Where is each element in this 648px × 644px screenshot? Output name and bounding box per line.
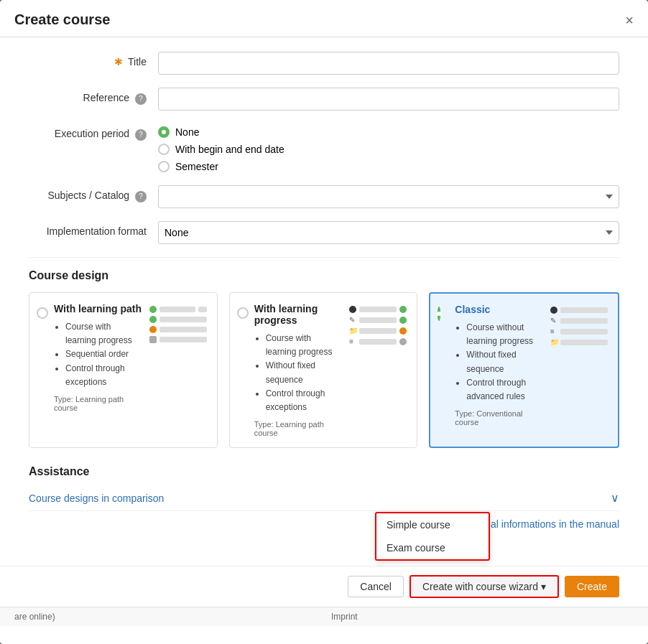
modal-body: ✱ Title Reference ? Execution period ? xyxy=(0,37,648,566)
bottom-bar: are online) Imprint xyxy=(0,607,648,626)
chevron-down-icon: ∨ xyxy=(611,491,619,505)
dropdown-exam-course[interactable]: Exam course xyxy=(376,536,489,559)
card-learning-progress-features: Course with learning progress Without fi… xyxy=(254,332,344,414)
radio-none[interactable]: None xyxy=(158,126,284,138)
assistance-section: Assistance Course designs in comparison … xyxy=(29,465,619,537)
create-course-modal: Create course × ✱ Title Reference ? xyxy=(0,0,648,644)
card-learning-path-features: Course with learning progress Sequential… xyxy=(54,320,144,389)
dropdown-simple-course[interactable]: Simple course xyxy=(376,513,489,536)
create-button[interactable]: Create xyxy=(565,576,619,597)
close-button[interactable]: × xyxy=(625,13,634,27)
title-input[interactable] xyxy=(158,52,619,75)
implementation-format-select[interactable]: None xyxy=(158,221,619,244)
card-learning-progress-preview: ✎ 📁 ≡ xyxy=(349,303,407,437)
modal-header: Create course × xyxy=(0,0,648,37)
course-design-cards: With learning path Course with learning … xyxy=(29,292,619,448)
radio-learning-path xyxy=(37,307,48,319)
radio-none-indicator xyxy=(158,126,170,138)
reference-input[interactable] xyxy=(158,88,619,111)
implementation-format-label: Implementation format xyxy=(29,221,158,237)
title-row: ✱ Title xyxy=(29,52,619,75)
wizard-dropdown-menu: Simple course Exam course xyxy=(375,512,490,561)
card-learning-progress-text: With learning progress Course with learn… xyxy=(254,303,344,437)
modal-title: Create course xyxy=(14,11,110,28)
radio-begin-end[interactable]: With begin and end date xyxy=(158,144,284,155)
radio-classic-selected xyxy=(438,307,440,321)
course-design-section: Course design With learning path Course … xyxy=(29,269,619,448)
wizard-button-group: Create with course wizard ▾ Simple cours… xyxy=(409,575,559,598)
wizard-dropdown-arrow: ▾ xyxy=(541,581,546,592)
card-learning-path-preview xyxy=(149,303,207,412)
subjects-row: Subjects / Catalog ? xyxy=(29,185,619,208)
assistance-title: Assistance xyxy=(29,465,619,478)
card-classic-features: Course without learning progress Without… xyxy=(455,321,545,403)
manual-link[interactable]: ↗ Additional informations in the manual xyxy=(29,511,619,537)
execution-period-row: Execution period ? None With begin and e… xyxy=(29,123,619,172)
radio-semester[interactable]: Semester xyxy=(158,161,284,172)
course-design-title: Course design xyxy=(29,269,619,282)
execution-period-help-icon[interactable]: ? xyxy=(135,129,147,141)
subjects-select[interactable] xyxy=(158,185,619,208)
wizard-button[interactable]: Create with course wizard ▾ xyxy=(409,575,559,598)
design-card-classic[interactable]: Classic Course without learning progress… xyxy=(429,292,619,448)
title-label: ✱ Title xyxy=(29,52,158,67)
subjects-help-icon[interactable]: ? xyxy=(135,191,147,202)
card-classic-preview: ✎ ≡ 📁 xyxy=(550,304,608,426)
divider xyxy=(29,257,619,258)
cancel-button[interactable]: Cancel xyxy=(348,576,404,597)
bottom-center: Imprint xyxy=(331,612,358,622)
card-classic-text: Classic Course without learning progress… xyxy=(455,304,545,426)
implementation-format-row: Implementation format None xyxy=(29,221,619,244)
radio-semester-indicator xyxy=(158,161,170,172)
design-card-learning-path[interactable]: With learning path Course with learning … xyxy=(29,292,218,448)
radio-begin-end-indicator xyxy=(158,144,170,155)
radio-learning-progress xyxy=(237,307,249,319)
required-star: ✱ xyxy=(114,56,123,67)
design-card-learning-progress[interactable]: With learning progress Course with learn… xyxy=(229,292,418,448)
reference-label: Reference ? xyxy=(29,88,158,105)
comparison-link[interactable]: Course designs in comparison ∨ xyxy=(29,485,619,511)
bottom-left: are online) xyxy=(14,612,55,622)
modal-overlay: Create course × ✱ Title Reference ? xyxy=(0,0,648,644)
reference-row: Reference ? xyxy=(29,88,619,111)
execution-period-label: Execution period ? xyxy=(29,123,158,141)
subjects-label: Subjects / Catalog ? xyxy=(29,185,158,202)
card-learning-path-text: With learning path Course with learning … xyxy=(54,303,144,412)
execution-period-options: None With begin and end date Semester xyxy=(158,123,284,172)
modal-footer: Cancel Create with course wizard ▾ Simpl… xyxy=(0,566,648,607)
reference-help-icon[interactable]: ? xyxy=(135,93,147,105)
